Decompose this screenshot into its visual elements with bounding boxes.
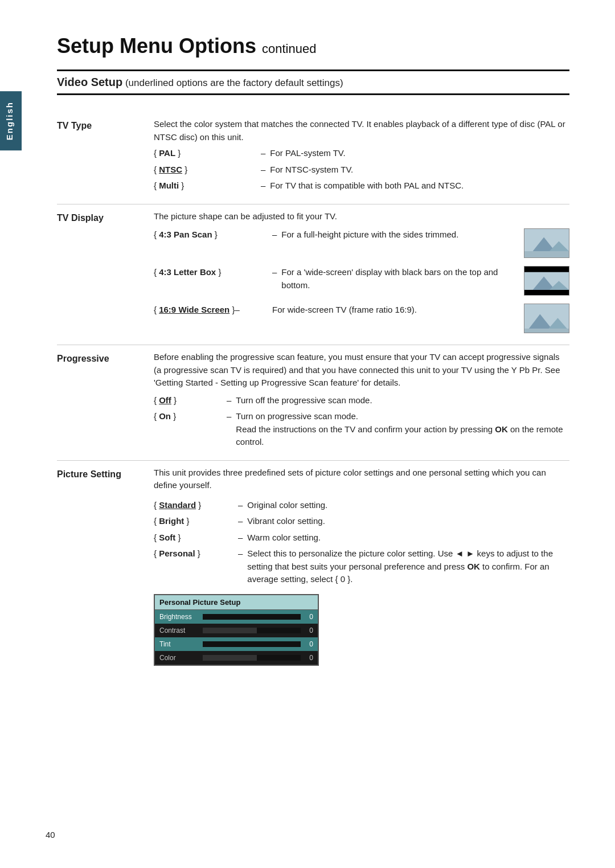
bright-brace: { Bright } (154, 515, 233, 528)
picture-setting-label: Picture Setting (57, 460, 148, 677)
std-dash: – (238, 499, 243, 512)
brightness-bar (203, 614, 301, 620)
progressive-intro: Before enabling the progressive scan fea… (154, 351, 569, 390)
brightness-row: Brightness 0 (155, 610, 318, 624)
tv-display-letterbox: { 4:3 Letter Box } – For a 'wide-screen'… (154, 266, 569, 296)
standard-brace: { Standard } (154, 499, 233, 512)
progressive-off: { Off } – Turn off the progressive scan … (154, 394, 569, 407)
letterbox-brace: { 4:3 Letter Box } (154, 266, 268, 279)
tv-type-option-ntsc: { NTSC } – For NTSC-system TV. (154, 163, 569, 177)
color-value: 0 (304, 653, 313, 663)
tv-display-widescreen: { 16:9 Wide Screen }– For wide-screen TV… (154, 304, 569, 333)
panscan-brace: { 4:3 Pan Scan } (154, 228, 268, 241)
personal-setup-title: Personal Picture Setup (155, 595, 318, 611)
widescreen-thumb (524, 304, 569, 333)
progressive-row: Progressive Before enabling the progress… (57, 345, 569, 461)
picture-setting-intro: This unit provides three predefined sets… (154, 466, 569, 492)
brightness-value: 0 (304, 612, 313, 622)
progressive-content: Before enabling the progressive scan fea… (148, 345, 569, 461)
tv-display-label: TV Display (57, 204, 148, 345)
tv-display-row: TV Display The picture shape can be adju… (57, 204, 569, 345)
progressive-label: Progressive (57, 345, 148, 461)
svg-rect-11 (524, 329, 569, 333)
personal-picture-setup-box: Personal Picture Setup Brightness 0 (154, 594, 319, 666)
picture-setting-content: This unit provides three predefined sets… (148, 460, 569, 677)
picture-setting-options: { Standard } – Original color setting. {… (154, 496, 569, 666)
on-desc: Turn on progressive scan mode.Read the i… (236, 410, 569, 449)
panscan-dash: – (272, 228, 277, 241)
picture-bright: { Bright } – Vibrant color setting. (154, 515, 569, 528)
contrast-row: Contrast 0 (155, 624, 318, 637)
option-pal-brace: { PAL } (154, 147, 256, 160)
page: English Setup Menu Options continued Vid… (0, 0, 615, 868)
panscan-desc: For a full-height picture with the sides… (281, 228, 518, 241)
widescreen-brace: { 16:9 Wide Screen }– (154, 304, 268, 317)
off-brace: { Off } (154, 394, 222, 407)
title-continued: continued (262, 42, 316, 56)
sidebar-label: English (5, 101, 14, 140)
bright-desc: Vibrant color setting. (247, 515, 325, 528)
section-header-normal: (underlined options are the factory defa… (122, 77, 343, 88)
soft-brace: { Soft } (154, 531, 233, 544)
picture-setting-row: Picture Setting This unit provides three… (57, 460, 569, 677)
tv-type-option-pal: { PAL } – For PAL-system TV. (154, 147, 569, 160)
panscan-thumb (524, 228, 569, 258)
tv-type-row: TV Type Select the color system that mat… (57, 112, 569, 204)
on-brace: { On } (154, 410, 222, 423)
tint-bar (203, 641, 301, 647)
color-row: Color 0 (155, 651, 318, 665)
dash3: – (261, 179, 265, 193)
contrast-bar (203, 628, 301, 633)
section-header-bold: Video Setup (57, 76, 122, 88)
letterbox-desc: For a 'wide-screen' display with black b… (281, 266, 518, 292)
page-number: 40 (46, 830, 55, 840)
tv-display-content: The picture shape can be adjusted to fit… (148, 204, 569, 345)
tv-display-intro: The picture shape can be adjusted to fit… (154, 210, 569, 223)
section-header: Video Setup (underlined options are the … (57, 69, 569, 95)
picture-soft: { Soft } – Warm color setting. (154, 531, 569, 544)
contrast-label: Contrast (159, 625, 199, 636)
title-main: Setup Menu Options (57, 34, 256, 58)
tint-label: Tint (159, 639, 199, 649)
option-ntsc-brace: { NTSC } (154, 163, 256, 177)
page-title: Setup Menu Options continued (57, 34, 569, 58)
soft-desc: Warm color setting. (247, 531, 321, 544)
contrast-value: 0 (304, 625, 313, 636)
letterbox-thumb (524, 266, 569, 296)
standard-desc: Original color setting. (247, 499, 327, 512)
option-ntsc-desc: For NTSC-system TV. (270, 163, 353, 177)
personal-desc: Select this to personalize the picture c… (247, 547, 569, 586)
option-multi-desc: For TV that is compatible with both PAL … (270, 179, 464, 193)
on-dash: – (227, 410, 231, 423)
tint-row: Tint 0 (155, 637, 318, 651)
off-dash: – (227, 394, 231, 407)
tv-type-label: TV Type (57, 112, 148, 204)
personal-dash: – (238, 547, 243, 560)
picture-standard: { Standard } – Original color setting. (154, 499, 569, 512)
soft-dash: – (238, 531, 243, 544)
option-multi-brace: { Multi } (154, 179, 256, 193)
letterbox-dash: – (272, 266, 277, 279)
brightness-label: Brightness (159, 612, 199, 622)
picture-personal: { Personal } – Select this to personaliz… (154, 547, 569, 586)
svg-rect-3 (524, 251, 569, 258)
tv-type-intro: Select the color system that matches the… (154, 118, 569, 144)
dash2: – (261, 163, 265, 177)
progressive-on: { On } – Turn on progressive scan mode.R… (154, 410, 569, 449)
settings-table: TV Type Select the color system that mat… (57, 112, 569, 677)
tv-type-content: Select the color system that matches the… (148, 112, 569, 204)
option-pal-desc: For PAL-system TV. (270, 147, 345, 160)
off-desc: Turn off the progressive scan mode. (236, 394, 372, 407)
tv-type-option-multi: { Multi } – For TV that is compatible wi… (154, 179, 569, 193)
tv-display-panscan: { 4:3 Pan Scan } – For a full-height pic… (154, 228, 569, 258)
sidebar-language-tab: English (0, 91, 22, 150)
color-bar (203, 655, 301, 661)
dash: – (261, 147, 265, 160)
bright-dash: – (238, 515, 243, 528)
color-label: Color (159, 653, 199, 663)
tint-value: 0 (304, 639, 313, 649)
personal-brace: { Personal } (154, 547, 233, 560)
widescreen-desc: For wide-screen TV (frame ratio 16:9). (272, 304, 518, 317)
